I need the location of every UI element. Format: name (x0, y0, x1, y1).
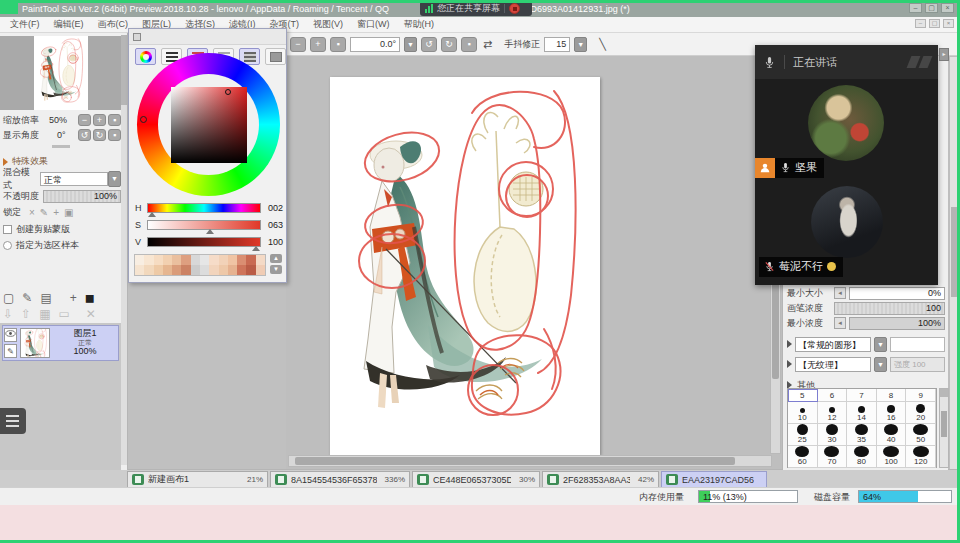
brush-size-60[interactable]: 60 (788, 446, 818, 468)
zoom-out-button[interactable]: − (290, 37, 306, 52)
rotate-ccw-button[interactable]: ↺ (421, 37, 437, 52)
menu-item-9[interactable]: 帮助(H) (404, 18, 435, 31)
menu-item-7[interactable]: 视图(V) (313, 18, 343, 31)
scroll-thumb[interactable] (941, 411, 947, 437)
member-avatar[interactable] (811, 186, 883, 258)
nav-zoom-reset-button[interactable]: ▪ (108, 114, 121, 126)
rotate-reset-button[interactable]: ▪ (461, 37, 477, 52)
menu-item-0[interactable]: 文件(F) (10, 18, 40, 31)
selection-source-radio[interactable] (3, 241, 12, 250)
brush-size-6[interactable]: 6 (818, 389, 848, 402)
line-tool-icon[interactable]: ╲ (599, 38, 606, 51)
canvas-hscrollbar[interactable] (288, 455, 772, 467)
density-slider[interactable]: 100 (834, 302, 945, 315)
color-swatch[interactable] (246, 255, 255, 265)
brush-size-8[interactable]: 8 (877, 389, 907, 402)
nav-zoom-in-button[interactable]: + (93, 114, 106, 126)
color-swatch[interactable] (135, 255, 144, 265)
stop-sharing-button[interactable] (509, 3, 520, 14)
brush-size-70[interactable]: 70 (818, 446, 848, 468)
min-density-value[interactable]: 100% (849, 317, 945, 330)
navigator-thumbnail[interactable] (0, 36, 121, 110)
canvas-tab-0[interactable]: 新建画布121% (127, 471, 268, 487)
zoom-ratio-value[interactable]: 50% (49, 115, 67, 125)
shape-expand-icon[interactable] (787, 340, 792, 348)
rotate-cw-button[interactable]: ↻ (441, 37, 457, 52)
merge-visible-icon[interactable]: ▦ (39, 307, 50, 321)
brush-size-10[interactable]: 10 (788, 402, 818, 424)
lock-move-icon[interactable]: + (53, 207, 59, 218)
brush-shape-value[interactable]: 【常规的圆形】 (795, 337, 871, 352)
brush-size-30[interactable]: 30 (818, 424, 848, 446)
color-swatch[interactable] (219, 265, 228, 275)
fill-layer-icon[interactable]: ◼ (85, 291, 95, 305)
transfer-up-icon[interactable]: ⇧ (21, 307, 31, 321)
brush-size-20[interactable]: 20 (906, 402, 936, 424)
brush-size-80[interactable]: 80 (847, 446, 877, 468)
brush-size-5[interactable]: 5 (788, 389, 818, 402)
min-size-value[interactable]: 0% (849, 287, 945, 300)
layer-paint-icon[interactable]: ✎ (4, 344, 17, 358)
brush-size-12[interactable]: 12 (818, 402, 848, 424)
sv-marker[interactable] (225, 89, 231, 95)
new-folder-icon[interactable]: ▤ (40, 291, 51, 305)
brush-size-16[interactable]: 16 (877, 402, 907, 424)
saturation-slider[interactable] (147, 220, 261, 230)
layer-item[interactable]: ✎ 图层1 正常 100% (2, 325, 119, 361)
brush-size-50[interactable]: 50 (906, 424, 936, 446)
color-swatch[interactable] (246, 265, 255, 275)
color-swatch[interactable] (172, 255, 181, 265)
color-swatch[interactable] (256, 255, 265, 265)
zoom-reset-button[interactable]: ▪ (330, 37, 346, 52)
brush-size-7[interactable]: 7 (847, 389, 877, 402)
size-grid-scrollbar[interactable] (939, 388, 949, 468)
color-swatch[interactable] (191, 265, 200, 275)
blend-mode-dropdown-button[interactable]: ▼ (108, 171, 121, 187)
menu-item-1[interactable]: 编辑(E) (54, 18, 84, 31)
menu-item-2[interactable]: 画布(C) (98, 18, 129, 31)
brush-shape-aux-field[interactable] (890, 337, 945, 352)
brush-size-35[interactable]: 35 (847, 424, 877, 446)
scroll-up-button[interactable] (940, 389, 948, 397)
member-avatar[interactable] (808, 85, 884, 161)
maximize-button[interactable]: ▢ (925, 3, 938, 13)
color-swatch[interactable] (172, 265, 181, 275)
color-swatch[interactable] (237, 255, 246, 265)
color-swatch[interactable] (256, 265, 265, 275)
swatch-down-button[interactable]: ▼ (270, 265, 282, 274)
color-swatch[interactable] (219, 255, 228, 265)
nav-rotate-ccw-button[interactable]: ↺ (78, 129, 91, 141)
canvas-tab-2[interactable]: CE448E06537305DF...30% (412, 471, 540, 487)
brush-size-25[interactable]: 25 (788, 424, 818, 446)
delete-layer-icon[interactable]: ✕ (86, 307, 96, 321)
merge-down-icon[interactable]: ⇩ (3, 307, 13, 321)
nav-rotate-cw-button[interactable]: ↻ (93, 129, 106, 141)
color-swatch[interactable] (181, 265, 190, 275)
color-swatch[interactable] (200, 265, 209, 275)
texture-expand-icon[interactable] (787, 360, 792, 368)
right-panel-scrollbar[interactable] (950, 57, 959, 469)
stabilizer-dropdown-button[interactable]: ▼ (574, 37, 587, 52)
blend-mode-value[interactable]: 正常 (40, 172, 108, 186)
canvas-page[interactable] (330, 77, 600, 455)
opacity-slider[interactable]: 100% (43, 190, 121, 203)
layer-mask-icon[interactable]: + (70, 291, 77, 305)
min-density-toggle-button[interactable]: ◂ (834, 317, 846, 329)
minimize-button[interactable]: – (909, 3, 922, 13)
color-swatch[interactable] (135, 265, 144, 275)
color-swatch[interactable] (228, 255, 237, 265)
brush-size-120[interactable]: 120 (906, 446, 936, 468)
nav-rotate-reset-button[interactable]: ▪ (108, 129, 121, 141)
left-panel-scrollbar[interactable] (121, 35, 127, 465)
swatch-up-button[interactable]: ▲ (270, 254, 282, 263)
color-swatch[interactable] (191, 255, 200, 265)
flip-horizontal-icon[interactable]: ⇄ (483, 38, 492, 51)
layer-visibility-toggle[interactable] (4, 328, 17, 342)
color-swatch[interactable] (144, 255, 153, 265)
child-close-button[interactable]: × (943, 19, 954, 28)
brush-shape-dropdown-button[interactable]: ▼ (874, 337, 887, 352)
color-swatch[interactable] (163, 255, 172, 265)
color-swatch[interactable] (228, 265, 237, 275)
clipping-mask-row[interactable]: 创建剪贴蒙版 (3, 222, 121, 236)
color-panel-header[interactable] (129, 29, 286, 45)
